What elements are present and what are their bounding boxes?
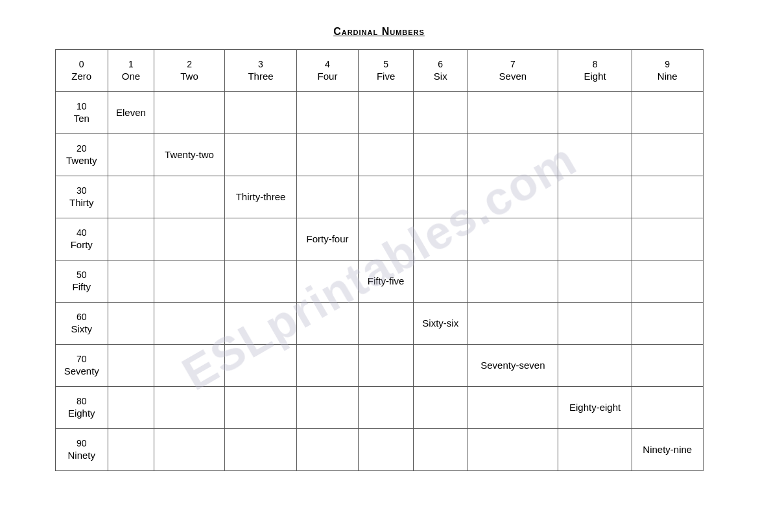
table-row: 30ThirtyThirty-three xyxy=(55,176,703,218)
table-cell xyxy=(558,345,632,387)
table-cell xyxy=(359,345,414,387)
table-cell xyxy=(108,134,154,176)
cell-number: 90 xyxy=(58,437,106,449)
cell-number: 3 xyxy=(228,58,294,70)
table-cell xyxy=(413,92,468,134)
table-cell xyxy=(632,260,703,303)
cell-number: 50 xyxy=(58,269,106,281)
cell-word: Ten xyxy=(58,112,106,125)
table-cell: 6Six xyxy=(413,50,468,92)
table-cell xyxy=(468,218,558,260)
cell-word: Eleven xyxy=(111,106,151,119)
table-cell: Eleven xyxy=(108,92,154,134)
table-cell: 20Twenty xyxy=(55,134,108,176)
cell-number: 7 xyxy=(471,58,556,70)
table-cell: 3Three xyxy=(225,50,297,92)
cell-word: Three xyxy=(228,70,294,83)
table-cell xyxy=(413,260,468,303)
table-cell xyxy=(225,345,297,387)
cell-number: 30 xyxy=(58,185,106,196)
table-cell xyxy=(154,387,224,429)
cell-number: 5 xyxy=(361,58,410,70)
table-cell: Forty-four xyxy=(296,218,358,260)
table-cell: 4Four xyxy=(296,50,358,92)
cell-number: 80 xyxy=(58,395,106,407)
table-row: 90NinetyNinety-nine xyxy=(55,429,703,471)
page-title: Cardinal Numbers xyxy=(333,26,425,38)
table-cell xyxy=(558,303,632,345)
cell-number: 40 xyxy=(58,227,106,238)
table-row: 0Zero1One2Two3Three4Four5Five6Six7Seven8… xyxy=(55,50,703,92)
table-cell xyxy=(108,387,154,429)
table-cell: 70Seventy xyxy=(55,345,108,387)
cell-word: Eighty xyxy=(58,407,106,420)
cell-number: 2 xyxy=(157,58,222,70)
cell-word: Two xyxy=(157,70,222,83)
table-row: 60SixtySixty-six xyxy=(55,303,703,345)
cell-word: One xyxy=(111,70,151,83)
table-row: 70SeventySeventy-seven xyxy=(55,345,703,387)
table-cell: 8Eight xyxy=(558,50,632,92)
table-cell: 9Nine xyxy=(632,50,703,92)
table-cell: 50Fifty xyxy=(55,260,108,303)
table-cell xyxy=(154,176,224,218)
cell-word: Sixty-six xyxy=(416,317,465,330)
table-cell xyxy=(225,260,297,303)
table-row: 10TenEleven xyxy=(55,92,703,134)
table-cell: 10Ten xyxy=(55,92,108,134)
table-cell xyxy=(558,176,632,218)
cell-word: Nine xyxy=(635,70,700,83)
table-cell: 2Two xyxy=(154,50,224,92)
table-cell xyxy=(108,429,154,471)
table-cell xyxy=(296,134,358,176)
table-cell xyxy=(468,303,558,345)
table-cell xyxy=(154,92,224,134)
cell-word: Ninety-nine xyxy=(635,443,700,456)
table-cell xyxy=(154,260,224,303)
table-cell: 80Eighty xyxy=(55,387,108,429)
table-cell xyxy=(154,218,224,260)
table-cell xyxy=(558,429,632,471)
cell-word: Six xyxy=(416,70,465,83)
table-cell: 30Thirty xyxy=(55,176,108,218)
cell-number: 4 xyxy=(300,58,355,70)
table-cell xyxy=(296,387,358,429)
table-cell xyxy=(225,429,297,471)
table-cell xyxy=(632,303,703,345)
table-cell xyxy=(468,429,558,471)
cell-word: Eighty-eight xyxy=(561,401,629,414)
table-cell xyxy=(413,176,468,218)
table-cell xyxy=(359,176,414,218)
cell-word: Seventy-seven xyxy=(471,359,556,372)
cell-number: 10 xyxy=(58,100,106,112)
table-cell: 90Ninety xyxy=(55,429,108,471)
table-cell xyxy=(108,218,154,260)
cell-number: 70 xyxy=(58,353,106,365)
table-cell xyxy=(225,387,297,429)
cell-word: Seven xyxy=(471,70,556,83)
table-cell xyxy=(296,92,358,134)
table-cell: Ninety-nine xyxy=(632,429,703,471)
table-cell xyxy=(296,429,358,471)
cell-word: Thirty-three xyxy=(228,191,294,203)
table-cell: 7Seven xyxy=(468,50,558,92)
table-cell xyxy=(468,387,558,429)
table-cell xyxy=(632,176,703,218)
table-cell xyxy=(359,134,414,176)
table-cell xyxy=(413,387,468,429)
cell-word: Eight xyxy=(561,70,629,83)
cell-word: Fifty xyxy=(58,281,106,294)
table-cell: Eighty-eight xyxy=(558,387,632,429)
cell-word: Fifty-five xyxy=(361,275,410,288)
table-cell xyxy=(359,429,414,471)
table-cell xyxy=(154,429,224,471)
table-cell xyxy=(296,260,358,303)
cardinal-numbers-table: 0Zero1One2Two3Three4Four5Five6Six7Seven8… xyxy=(55,49,704,471)
cell-number: 0 xyxy=(58,58,106,70)
cell-number: 60 xyxy=(58,311,106,323)
table-cell xyxy=(225,218,297,260)
table-cell xyxy=(468,260,558,303)
table-cell xyxy=(413,218,468,260)
cell-word: Five xyxy=(361,70,410,83)
table-cell xyxy=(225,134,297,176)
